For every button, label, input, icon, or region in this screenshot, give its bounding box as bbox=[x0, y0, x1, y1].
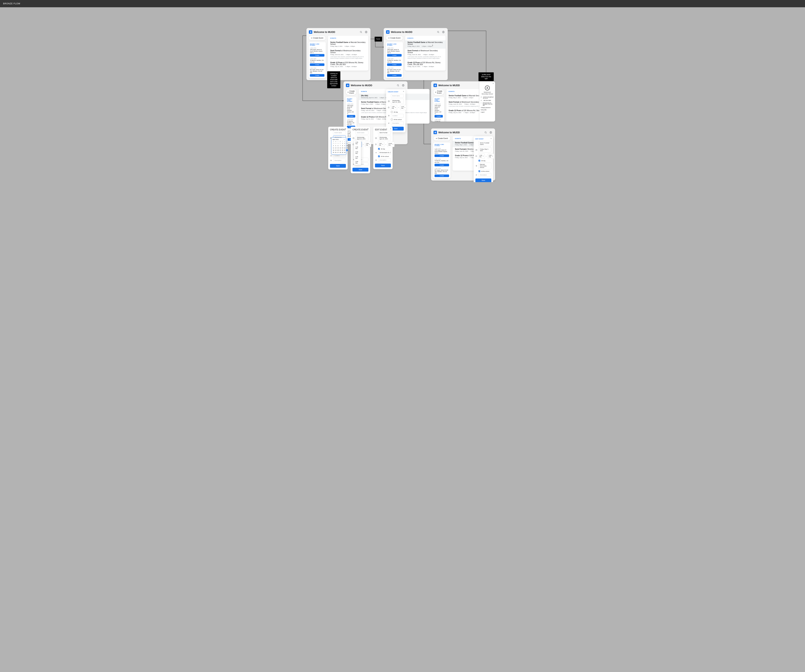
close-icon[interactable]: × bbox=[491, 138, 492, 140]
event-name-input[interactable]: Event name bbox=[391, 94, 404, 98]
next-month-icon[interactable]: › bbox=[345, 139, 345, 140]
time-option[interactable]: 1:30 PM bbox=[354, 145, 361, 150]
contact-button[interactable]: Contact bbox=[347, 115, 355, 118]
location-input[interactable]: Location bbox=[391, 114, 404, 118]
contact-button[interactable]: Contact bbox=[387, 54, 402, 57]
profile-icon[interactable] bbox=[442, 30, 445, 34]
end-time-select[interactable]: 2:00 PM▾ bbox=[400, 105, 407, 110]
time-option[interactable]: 1:00 PM bbox=[354, 141, 361, 145]
calendar-icon bbox=[388, 100, 390, 102]
clock-icon bbox=[375, 143, 377, 145]
profile-icon[interactable] bbox=[489, 130, 493, 134]
contact-button[interactable]: Contact bbox=[387, 63, 402, 66]
screen-dashboard-profile: ✿ Welcome to MUDD +Create Event NEARBY L… bbox=[431, 81, 495, 122]
profile-school: Westmount Secondary School bbox=[481, 91, 494, 95]
event-name-input[interactable]: Semi Formal bbox=[378, 131, 391, 135]
event-item-hovered[interactable]: Senior Football Game at Macnab Secondary… bbox=[405, 40, 445, 49]
profile-icon[interactable] bbox=[401, 84, 405, 87]
location-icon bbox=[475, 165, 478, 167]
page-title: Welcome to MUDD bbox=[391, 31, 435, 33]
create-event-button[interactable]: +Create Event bbox=[309, 36, 326, 40]
date-input[interactable]: Wednesday, April 24, 2021 bbox=[391, 99, 404, 104]
start-time-select[interactable]: 1:00 PM▾ bbox=[391, 105, 397, 110]
description-input[interactable]: Description bbox=[391, 122, 404, 125]
location-input[interactable]: 59 Montcalm Dr, Hamilton, ON L9C 4B1 bbox=[378, 151, 391, 154]
event-item[interactable]: Grade 12 Prom at 526 Winona Rd, Stoney C… bbox=[407, 61, 443, 69]
svg-rect-39 bbox=[353, 138, 354, 139]
description-input[interactable]: Description bbox=[478, 173, 491, 177]
at-school-checkbox[interactable]: At the school bbox=[478, 170, 489, 172]
close-icon[interactable]: × bbox=[390, 128, 391, 130]
contact-button[interactable]: Contact bbox=[310, 63, 324, 66]
profile-icon[interactable] bbox=[364, 30, 368, 34]
description-input[interactable]: Description bbox=[378, 158, 391, 162]
events-panel: EVENTS Senior Football Game at Macnab Se… bbox=[328, 36, 368, 71]
store-item: LCBO #945657 Upper James St Unit 106, Ha… bbox=[310, 67, 324, 77]
allday-checkbox[interactable]: All day bbox=[391, 111, 398, 113]
save-button[interactable]: Save bbox=[375, 164, 391, 168]
contact-button[interactable]: Contact bbox=[435, 154, 449, 157]
create-event-button[interactable]: +Create Event bbox=[433, 89, 444, 95]
event-item[interactable]: Semi Formal at Westmount Secondary Schoo… bbox=[330, 49, 366, 61]
svg-point-7 bbox=[443, 31, 444, 32]
save-button[interactable]: Save bbox=[352, 168, 368, 172]
event-name-input[interactable]: Senior Football Game bbox=[478, 141, 491, 146]
time-dropdown[interactable]: 1:00 PM1:30 PM2:00 PM2:30 PM3:00 PM bbox=[354, 141, 361, 165]
search-icon[interactable] bbox=[359, 30, 363, 34]
contact-button[interactable]: Contact bbox=[387, 74, 402, 77]
svg-line-27 bbox=[486, 133, 486, 133]
contact-button[interactable]: Contact bbox=[310, 74, 324, 77]
svg-point-8 bbox=[397, 84, 399, 86]
search-icon[interactable] bbox=[396, 84, 400, 87]
svg-line-9 bbox=[399, 86, 399, 86]
search-icon[interactable] bbox=[436, 30, 440, 34]
edit-profile-link[interactable]: Edit profile bbox=[481, 109, 494, 110]
close-icon[interactable]: × bbox=[493, 82, 494, 84]
start-time-select[interactable]: 1:00 PM▾ bbox=[478, 154, 485, 159]
change-password-link[interactable]: Change password bbox=[481, 107, 494, 108]
time-option[interactable]: 2:00 PM bbox=[354, 150, 361, 155]
create-event-button[interactable]: +Create Event bbox=[433, 136, 450, 141]
calendar-popover[interactable]: April 2021‹ › SMTWTFS2829303112345678910… bbox=[331, 138, 346, 154]
contact-button[interactable]: Contact bbox=[435, 164, 449, 166]
allday-checkbox[interactable]: All day bbox=[478, 160, 485, 161]
location-input[interactable]: Macnab Secondary School bbox=[478, 163, 491, 169]
close-icon[interactable]: × bbox=[368, 128, 369, 130]
time-option[interactable]: 2:30 PM bbox=[354, 155, 361, 160]
event-name-input[interactable]: Event name bbox=[356, 131, 368, 135]
logout-link[interactable]: Logout bbox=[481, 112, 494, 113]
end-time-select[interactable]: 4:00 PM▾ bbox=[488, 154, 494, 159]
start-time-select[interactable]: 7:00 PM▾ bbox=[378, 142, 384, 147]
save-button[interactable]: Save bbox=[475, 179, 491, 182]
prev-month-icon[interactable]: ‹ bbox=[343, 139, 344, 140]
event-item[interactable]: Grade 12 Prom at 526 Winona Rd, Stoney C… bbox=[330, 61, 366, 69]
allday-checkbox[interactable]: All day bbox=[378, 148, 385, 150]
store-item: LCBO #3341550 Upper James St South Hamil… bbox=[310, 47, 324, 57]
search-icon[interactable] bbox=[484, 130, 488, 134]
create-event-button[interactable]: +Create Event bbox=[345, 89, 356, 95]
date-input[interactable]: Wednesday, April 24, 2021 bbox=[356, 136, 368, 141]
create-event-button[interactable]: +Create Event bbox=[386, 36, 403, 40]
contact-button[interactable]: Contact bbox=[435, 115, 443, 118]
time-option[interactable]: 3:00 PM bbox=[354, 160, 361, 165]
description-input[interactable]: Description bbox=[333, 159, 346, 162]
svg-point-0 bbox=[360, 31, 361, 33]
date-input[interactable]: Friday, May 3, 2021 bbox=[478, 147, 491, 153]
calendar-grid[interactable]: SMTWTFS282930311234567891011121314151617… bbox=[333, 141, 345, 153]
date-input[interactable]: Wednesday, April 24, 2021 bbox=[378, 136, 391, 141]
end-time-select[interactable]: 2:00 PM▾ bbox=[365, 142, 371, 147]
end-time-select[interactable]: 10:00 PM▾ bbox=[387, 142, 394, 147]
contact-button[interactable]: Contact bbox=[310, 54, 324, 57]
close-icon[interactable]: × bbox=[345, 128, 346, 130]
save-button[interactable]: Save bbox=[330, 164, 346, 168]
create-event-datepicker-state: × CREATE EVENT Event name Wednesday, Apr… bbox=[328, 127, 348, 169]
event-name-input[interactable]: Event name bbox=[333, 131, 346, 135]
event-item[interactable]: Semi Formal at Westmount Secondary Schoo… bbox=[407, 49, 443, 61]
at-school-checkbox[interactable]: At the school bbox=[391, 118, 402, 120]
at-school-checkbox[interactable]: At the school bbox=[378, 156, 389, 157]
edit-event-popover: × EDIT EVENT Senior Football Game Friday… bbox=[474, 136, 493, 182]
close-icon[interactable]: × bbox=[403, 90, 404, 92]
contact-button[interactable]: Contact bbox=[435, 174, 449, 177]
event-item[interactable]: Senior Football Game at Macnab Secondary… bbox=[330, 40, 366, 49]
svg-point-29 bbox=[490, 132, 491, 133]
